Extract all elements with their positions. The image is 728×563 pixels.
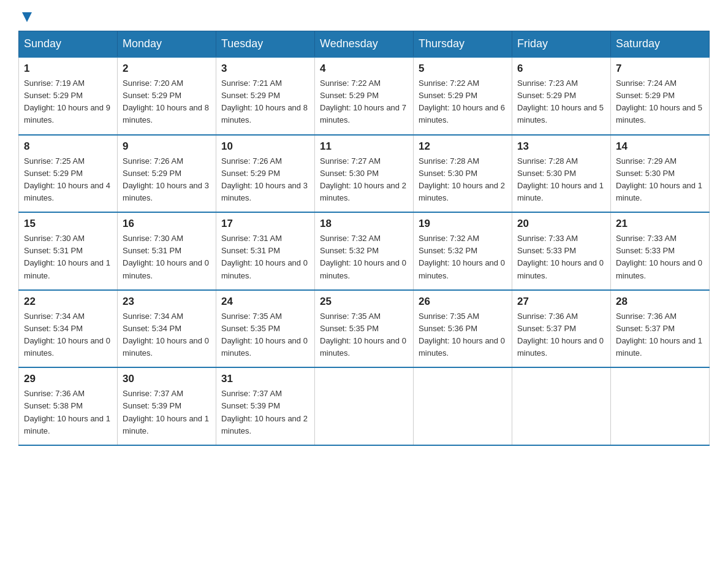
calendar-cell: 20 Sunrise: 7:33 AMSunset: 5:33 PMDaylig… — [512, 212, 611, 290]
weekday-header-saturday: Saturday — [611, 31, 710, 58]
calendar-cell: 8 Sunrise: 7:25 AMSunset: 5:29 PMDayligh… — [19, 135, 118, 213]
day-info: Sunrise: 7:26 AMSunset: 5:29 PMDaylight:… — [221, 156, 308, 202]
day-info: Sunrise: 7:21 AMSunset: 5:29 PMDaylight:… — [221, 79, 308, 124]
day-info: Sunrise: 7:30 AMSunset: 5:31 PMDaylight:… — [123, 234, 209, 280]
calendar-cell: 2 Sunrise: 7:20 AMSunset: 5:29 PMDayligh… — [118, 57, 216, 135]
calendar-cell: 23 Sunrise: 7:34 AMSunset: 5:34 PMDaylig… — [118, 290, 216, 368]
weekday-header-tuesday: Tuesday — [216, 31, 315, 58]
day-info: Sunrise: 7:36 AMSunset: 5:37 PMDaylight:… — [517, 312, 604, 358]
day-number: 28 — [616, 296, 704, 308]
day-info: Sunrise: 7:24 AMSunset: 5:29 PMDaylight:… — [616, 79, 702, 124]
calendar-cell — [512, 367, 611, 445]
day-number: 29 — [24, 373, 112, 385]
calendar-cell: 22 Sunrise: 7:34 AMSunset: 5:34 PMDaylig… — [19, 290, 118, 368]
calendar-cell: 15 Sunrise: 7:30 AMSunset: 5:31 PMDaylig… — [19, 212, 118, 290]
day-number: 8 — [24, 140, 112, 153]
calendar-cell — [414, 367, 512, 445]
day-info: Sunrise: 7:35 AMSunset: 5:35 PMDaylight:… — [320, 312, 406, 358]
logo-arrow-icon — [20, 10, 34, 25]
day-info: Sunrise: 7:34 AMSunset: 5:34 PMDaylight:… — [123, 312, 209, 358]
day-number: 11 — [320, 140, 408, 153]
day-number: 30 — [123, 373, 211, 385]
calendar-cell: 31 Sunrise: 7:37 AMSunset: 5:39 PMDaylig… — [216, 367, 315, 445]
day-info: Sunrise: 7:35 AMSunset: 5:36 PMDaylight:… — [419, 312, 505, 358]
day-info: Sunrise: 7:34 AMSunset: 5:34 PMDaylight:… — [24, 312, 110, 358]
day-number: 20 — [517, 218, 605, 230]
calendar-week-5: 29 Sunrise: 7:36 AMSunset: 5:38 PMDaylig… — [19, 367, 710, 445]
day-info: Sunrise: 7:19 AMSunset: 5:29 PMDaylight:… — [24, 79, 110, 124]
day-info: Sunrise: 7:37 AMSunset: 5:39 PMDaylight:… — [221, 389, 308, 435]
weekday-header-friday: Friday — [512, 31, 611, 58]
calendar-cell: 10 Sunrise: 7:26 AMSunset: 5:29 PMDaylig… — [216, 135, 315, 213]
calendar-week-4: 22 Sunrise: 7:34 AMSunset: 5:34 PMDaylig… — [19, 290, 710, 368]
logo — [18, 12, 34, 25]
day-info: Sunrise: 7:35 AMSunset: 5:35 PMDaylight:… — [221, 312, 308, 358]
calendar-cell: 16 Sunrise: 7:30 AMSunset: 5:31 PMDaylig… — [118, 212, 216, 290]
day-number: 31 — [221, 373, 309, 385]
day-number: 5 — [419, 63, 507, 75]
calendar-cell: 5 Sunrise: 7:22 AMSunset: 5:29 PMDayligh… — [414, 57, 512, 135]
calendar-cell: 24 Sunrise: 7:35 AMSunset: 5:35 PMDaylig… — [216, 290, 315, 368]
day-number: 22 — [24, 296, 112, 308]
calendar-cell — [315, 367, 414, 445]
weekday-header-monday: Monday — [118, 31, 216, 58]
calendar-cell: 3 Sunrise: 7:21 AMSunset: 5:29 PMDayligh… — [216, 57, 315, 135]
day-number: 26 — [419, 296, 507, 308]
day-info: Sunrise: 7:29 AMSunset: 5:30 PMDaylight:… — [616, 156, 702, 202]
day-number: 14 — [616, 140, 704, 153]
page-header — [18, 12, 710, 25]
day-number: 18 — [320, 218, 408, 230]
day-number: 1 — [24, 63, 112, 75]
weekday-header-wednesday: Wednesday — [315, 31, 414, 58]
calendar-cell: 4 Sunrise: 7:22 AMSunset: 5:29 PMDayligh… — [315, 57, 414, 135]
calendar-cell: 18 Sunrise: 7:32 AMSunset: 5:32 PMDaylig… — [315, 212, 414, 290]
day-info: Sunrise: 7:25 AMSunset: 5:29 PMDaylight:… — [24, 156, 110, 202]
day-number: 4 — [320, 63, 408, 75]
day-number: 17 — [221, 218, 309, 230]
day-number: 3 — [221, 63, 309, 75]
day-info: Sunrise: 7:28 AMSunset: 5:30 PMDaylight:… — [517, 156, 604, 202]
svg-marker-0 — [22, 12, 32, 22]
calendar-cell: 26 Sunrise: 7:35 AMSunset: 5:36 PMDaylig… — [414, 290, 512, 368]
calendar-cell: 6 Sunrise: 7:23 AMSunset: 5:29 PMDayligh… — [512, 57, 611, 135]
calendar-cell: 25 Sunrise: 7:35 AMSunset: 5:35 PMDaylig… — [315, 290, 414, 368]
day-info: Sunrise: 7:28 AMSunset: 5:30 PMDaylight:… — [419, 156, 505, 202]
day-info: Sunrise: 7:26 AMSunset: 5:29 PMDaylight:… — [123, 156, 209, 202]
calendar-cell: 29 Sunrise: 7:36 AMSunset: 5:38 PMDaylig… — [19, 367, 118, 445]
day-info: Sunrise: 7:31 AMSunset: 5:31 PMDaylight:… — [221, 234, 308, 280]
day-info: Sunrise: 7:30 AMSunset: 5:31 PMDaylight:… — [24, 234, 110, 280]
calendar-cell: 19 Sunrise: 7:32 AMSunset: 5:32 PMDaylig… — [414, 212, 512, 290]
day-number: 7 — [616, 63, 704, 75]
weekday-header-thursday: Thursday — [414, 31, 512, 58]
calendar-week-3: 15 Sunrise: 7:30 AMSunset: 5:31 PMDaylig… — [19, 212, 710, 290]
day-number: 24 — [221, 296, 309, 308]
calendar-table: SundayMondayTuesdayWednesdayThursdayFrid… — [18, 31, 710, 446]
day-info: Sunrise: 7:37 AMSunset: 5:39 PMDaylight:… — [123, 389, 209, 435]
day-info: Sunrise: 7:33 AMSunset: 5:33 PMDaylight:… — [517, 234, 604, 280]
calendar-cell: 21 Sunrise: 7:33 AMSunset: 5:33 PMDaylig… — [611, 212, 710, 290]
day-info: Sunrise: 7:33 AMSunset: 5:33 PMDaylight:… — [616, 234, 702, 280]
day-number: 21 — [616, 218, 704, 230]
calendar-cell — [611, 367, 710, 445]
weekday-header-sunday: Sunday — [19, 31, 118, 58]
day-info: Sunrise: 7:36 AMSunset: 5:38 PMDaylight:… — [24, 389, 110, 435]
calendar-cell: 17 Sunrise: 7:31 AMSunset: 5:31 PMDaylig… — [216, 212, 315, 290]
day-number: 13 — [517, 140, 605, 153]
calendar-cell: 9 Sunrise: 7:26 AMSunset: 5:29 PMDayligh… — [118, 135, 216, 213]
day-info: Sunrise: 7:23 AMSunset: 5:29 PMDaylight:… — [517, 79, 604, 124]
day-number: 2 — [123, 63, 211, 75]
calendar-cell: 13 Sunrise: 7:28 AMSunset: 5:30 PMDaylig… — [512, 135, 611, 213]
day-info: Sunrise: 7:20 AMSunset: 5:29 PMDaylight:… — [123, 79, 209, 124]
day-number: 27 — [517, 296, 605, 308]
calendar-cell: 14 Sunrise: 7:29 AMSunset: 5:30 PMDaylig… — [611, 135, 710, 213]
day-number: 19 — [419, 218, 507, 230]
calendar-cell: 30 Sunrise: 7:37 AMSunset: 5:39 PMDaylig… — [118, 367, 216, 445]
calendar-week-1: 1 Sunrise: 7:19 AMSunset: 5:29 PMDayligh… — [19, 57, 710, 135]
day-info: Sunrise: 7:22 AMSunset: 5:29 PMDaylight:… — [419, 79, 505, 124]
day-info: Sunrise: 7:22 AMSunset: 5:29 PMDaylight:… — [320, 79, 406, 124]
day-number: 10 — [221, 140, 309, 153]
calendar-cell: 12 Sunrise: 7:28 AMSunset: 5:30 PMDaylig… — [414, 135, 512, 213]
calendar-cell: 1 Sunrise: 7:19 AMSunset: 5:29 PMDayligh… — [19, 57, 118, 135]
day-info: Sunrise: 7:32 AMSunset: 5:32 PMDaylight:… — [320, 234, 406, 280]
calendar-header-row: SundayMondayTuesdayWednesdayThursdayFrid… — [19, 31, 710, 58]
